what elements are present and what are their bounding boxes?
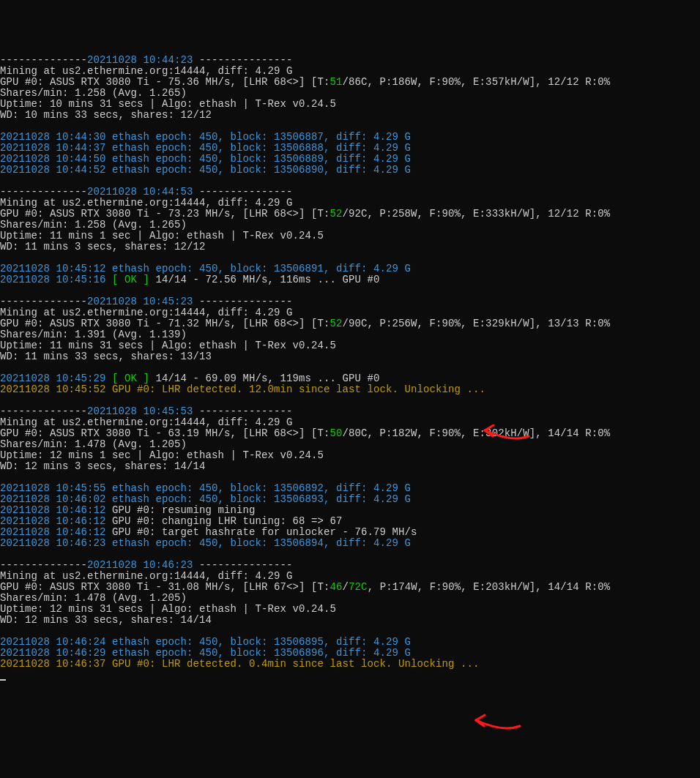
- terminal-text: Mining at us2.ethermine.org:14444, diff:…: [0, 65, 293, 77]
- terminal-text: ---------------: [193, 186, 293, 198]
- terminal-text: Uptime: 11 mins 1 sec | Algo: ethash | T…: [0, 230, 324, 242]
- terminal-line: Mining at us2.ethermine.org:14444, diff:…: [0, 66, 700, 77]
- terminal-line: 20211028 10:46:23 ethash epoch: 450, blo…: [0, 538, 700, 549]
- terminal-text: --------------: [0, 54, 87, 66]
- terminal-line: GPU #0: ASUS RTX 3080 Ti - 31.08 MH/s, […: [0, 582, 700, 593]
- terminal-text: 14/14 - 69.09 MH/s, 119ms ... GPU #0: [149, 373, 380, 384]
- terminal-text: /92C, P:258W, F:90%, E:333kH/W], 12/12 R…: [343, 208, 611, 220]
- terminal-text: WD: 11 mins 3 secs, shares: 12/12: [0, 241, 206, 253]
- terminal-line: [0, 121, 700, 132]
- terminal-text: 20211028 10:46:12: [0, 515, 112, 527]
- terminal-text: 20211028 10:46:12: [0, 526, 112, 538]
- terminal-text: GPU #0: ASUS RTX 3080 Ti - 75.36 MH/s, […: [0, 76, 330, 88]
- terminal-text: ---------------: [193, 54, 293, 66]
- terminal-line: --------------20211028 10:45:23 --------…: [0, 296, 700, 307]
- terminal-text: 50: [330, 427, 343, 439]
- terminal-text: 72C: [349, 581, 368, 593]
- terminal-text: 20211028 10:44:23: [87, 54, 193, 66]
- terminal-line: WD: 12 mins 3 secs, shares: 14/14: [0, 461, 700, 472]
- terminal-line: [0, 626, 700, 637]
- terminal-text: 20211028 10:45:55 ethash epoch: 450, blo…: [0, 482, 411, 494]
- terminal-line: Uptime: 12 mins 1 sec | Algo: ethash | T…: [0, 450, 700, 461]
- terminal-text: 52: [330, 318, 343, 329]
- terminal-text: 20211028 10:46:37 GPU #0: LHR detected. …: [0, 658, 480, 670]
- terminal-text: Shares/min: 1.258 (Avg. 1.265): [0, 87, 187, 99]
- terminal-text: Shares/min: 1.478 (Avg. 1.205): [0, 592, 187, 604]
- terminal-text: /80C, P:182W, F:90%, E:302kH/W], 14/14 R…: [343, 427, 611, 439]
- terminal-line: WD: 11 mins 33 secs, shares: 13/13: [0, 351, 700, 362]
- terminal-text: 51: [330, 76, 343, 88]
- terminal-text: GPU #0: resuming mining: [112, 504, 256, 516]
- terminal-line: 20211028 10:44:37 ethash epoch: 450, blo…: [0, 143, 700, 154]
- terminal-line: 20211028 10:44:50 ethash epoch: 450, blo…: [0, 154, 700, 165]
- terminal-text: , P:174W, F:90%, E:203kH/W], 14/14 R:0%: [368, 581, 611, 593]
- terminal-text: Mining at us2.ethermine.org:14444, diff:…: [0, 416, 293, 428]
- terminal-text: Uptime: 11 mins 31 secs | Algo: ethash |…: [0, 340, 336, 351]
- terminal-line: WD: 12 mins 33 secs, shares: 14/14: [0, 615, 700, 626]
- terminal-line: 20211028 10:46:02 ethash epoch: 450, blo…: [0, 494, 700, 505]
- terminal-line: GPU #0: ASUS RTX 3080 Ti - 73.23 MH/s, […: [0, 209, 700, 220]
- terminal-line: Shares/min: 1.258 (Avg. 1.265): [0, 220, 700, 231]
- terminal-text: 20211028 10:44:30 ethash epoch: 450, blo…: [0, 131, 411, 143]
- terminal-text: Shares/min: 1.258 (Avg. 1.265): [0, 219, 187, 231]
- terminal-text: GPU #0: ASUS RTX 3080 Ti - 71.32 MH/s, […: [0, 318, 330, 329]
- terminal-text: Uptime: 10 mins 31 secs | Algo: ethash |…: [0, 98, 336, 110]
- terminal-text: GPU #0: target hashrate for unlocker - 7…: [112, 526, 417, 538]
- terminal-line: 20211028 10:46:24 ethash epoch: 450, blo…: [0, 637, 700, 648]
- terminal-line: GPU #0: ASUS RTX 3080 Ti - 71.32 MH/s, […: [0, 318, 700, 329]
- terminal-line: 20211028 10:45:12 ethash epoch: 450, blo…: [0, 263, 700, 274]
- terminal-text: Shares/min: 1.478 (Avg. 1.205): [0, 438, 187, 450]
- terminal-line: --------------20211028 10:45:53 --------…: [0, 406, 700, 417]
- terminal-line: Shares/min: 1.478 (Avg. 1.205): [0, 593, 700, 604]
- terminal-line: 20211028 10:46:12 GPU #0: resuming minin…: [0, 505, 700, 516]
- terminal-line: 20211028 10:46:12 GPU #0: changing LHR t…: [0, 516, 700, 527]
- terminal-text: Mining at us2.ethermine.org:14444, diff:…: [0, 570, 293, 582]
- terminal-line: 20211028 10:46:37 GPU #0: LHR detected. …: [0, 659, 700, 670]
- terminal-line: Mining at us2.ethermine.org:14444, diff:…: [0, 198, 700, 209]
- terminal-line: [0, 176, 700, 187]
- terminal-text: [ OK ]: [112, 274, 149, 285]
- terminal-line: 20211028 10:45:29 [ OK ] 14/14 - 69.09 M…: [0, 373, 700, 384]
- terminal-line: Shares/min: 1.478 (Avg. 1.205): [0, 439, 700, 450]
- terminal-text: GPU #0: ASUS RTX 3080 Ti - 31.08 MH/s, […: [0, 581, 330, 593]
- terminal-line: 20211028 10:46:29 ethash epoch: 450, blo…: [0, 648, 700, 659]
- terminal-line: --------------20211028 10:44:53 --------…: [0, 187, 700, 198]
- terminal-line: Uptime: 11 mins 1 sec | Algo: ethash | T…: [0, 231, 700, 242]
- terminal-text: /86C, P:186W, F:90%, E:357kH/W], 12/12 R…: [343, 76, 611, 88]
- terminal-text: /: [343, 581, 349, 593]
- terminal-line: 20211028 10:44:30 ethash epoch: 450, blo…: [0, 132, 700, 143]
- terminal-line: --------------20211028 10:46:23 --------…: [0, 560, 700, 571]
- terminal-text: WD: 10 mins 33 secs, shares: 12/12: [0, 109, 212, 121]
- terminal-line: Mining at us2.ethermine.org:14444, diff:…: [0, 307, 700, 318]
- terminal-text: 20211028 10:44:53: [87, 186, 193, 198]
- terminal-text: Uptime: 12 mins 1 sec | Algo: ethash | T…: [0, 449, 324, 461]
- terminal-text: WD: 12 mins 3 secs, shares: 14/14: [0, 460, 206, 472]
- terminal-line: --------------20211028 10:44:23 --------…: [0, 55, 700, 66]
- terminal-text: 20211028 10:45:52 GPU #0: LHR detected. …: [0, 384, 485, 395]
- terminal-line: WD: 11 mins 3 secs, shares: 12/12: [0, 242, 700, 253]
- terminal-line: 20211028 10:45:55 ethash epoch: 450, blo…: [0, 483, 700, 494]
- terminal-line: GPU #0: ASUS RTX 3080 Ti - 63.19 MH/s, […: [0, 428, 700, 439]
- terminal-output[interactable]: --------------20211028 10:44:23 --------…: [0, 55, 700, 778]
- terminal-text: 20211028 10:44:50 ethash epoch: 450, blo…: [0, 153, 411, 165]
- terminal-text: --------------: [0, 186, 87, 198]
- terminal-text: ---------------: [193, 296, 293, 307]
- terminal-text: --------------: [0, 559, 87, 571]
- terminal-text: --------------: [0, 296, 87, 307]
- terminal-text: 14/14 - 72.56 MH/s, 116ms ... GPU #0: [149, 274, 380, 285]
- terminal-line: Mining at us2.ethermine.org:14444, diff:…: [0, 571, 700, 582]
- terminal-text: GPU #0: ASUS RTX 3080 Ti - 73.23 MH/s, […: [0, 208, 330, 220]
- terminal-text: Mining at us2.ethermine.org:14444, diff:…: [0, 197, 293, 209]
- terminal-text: 20211028 10:45:29: [0, 373, 112, 384]
- terminal-line: Uptime: 10 mins 31 secs | Algo: ethash |…: [0, 99, 700, 110]
- terminal-text: 20211028 10:46:24 ethash epoch: 450, blo…: [0, 636, 411, 648]
- terminal-text: 20211028 10:45:12 ethash epoch: 450, blo…: [0, 263, 411, 274]
- terminal-text: 20211028 10:44:37 ethash epoch: 450, blo…: [0, 142, 411, 154]
- terminal-text: WD: 11 mins 33 secs, shares: 13/13: [0, 351, 212, 362]
- terminal-line: Shares/min: 1.391 (Avg. 1.139): [0, 329, 700, 340]
- terminal-text: 20211028 10:46:29 ethash epoch: 450, blo…: [0, 647, 411, 659]
- terminal-cursor-line: [0, 670, 700, 681]
- terminal-line: [0, 472, 700, 483]
- terminal-text: Shares/min: 1.391 (Avg. 1.139): [0, 329, 187, 340]
- terminal-line: Mining at us2.ethermine.org:14444, diff:…: [0, 417, 700, 428]
